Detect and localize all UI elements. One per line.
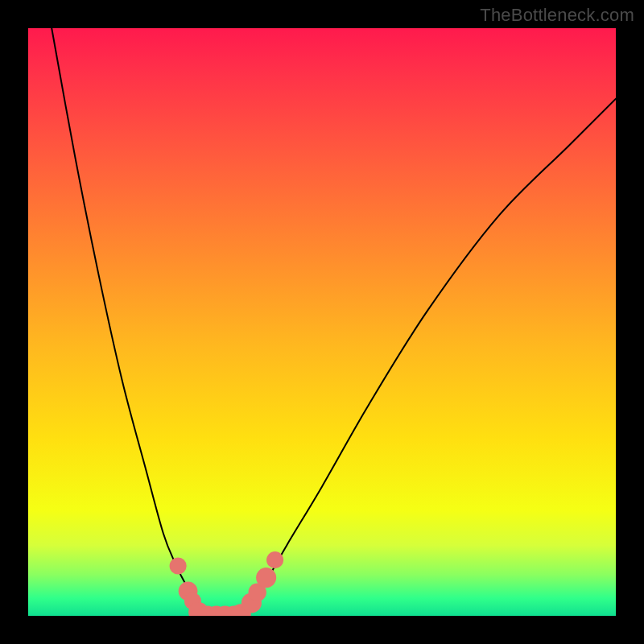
marker-dot [256,568,276,588]
marker-dot [266,551,283,568]
chart-frame: TheBottleneck.com [0,0,644,644]
marker-dot [170,557,187,574]
plot-area [28,28,616,616]
curve-markers [170,551,284,616]
curve-right-branch [240,99,616,616]
curve-left-branch [52,28,204,616]
bottleneck-curve [52,28,616,616]
curve-layer [28,28,616,616]
watermark-label: TheBottleneck.com [480,5,634,26]
